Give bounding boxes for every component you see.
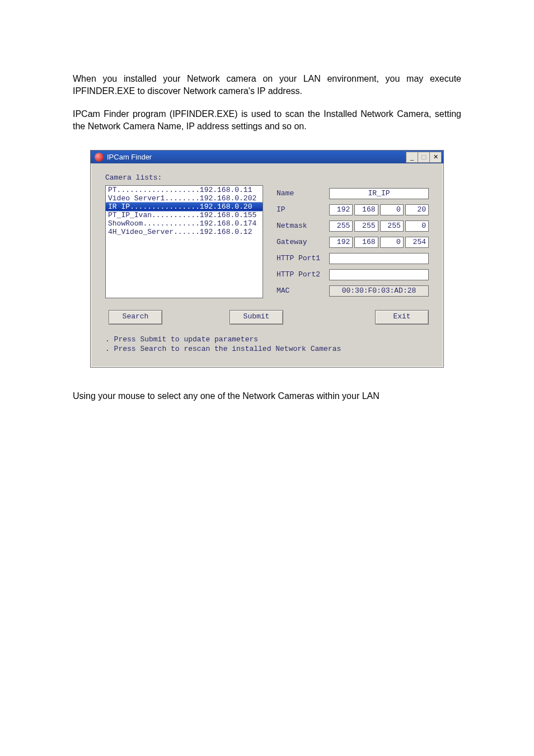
search-button[interactable]: Search — [109, 310, 162, 325]
ip-label: IP — [277, 205, 329, 214]
window-title: IPCam Finder — [106, 153, 406, 161]
ipcam-finder-icon — [95, 153, 104, 162]
ipcam-finder-window: IPCam Finder _ ▢ ✕ Camera lists: PT.....… — [90, 150, 444, 368]
window-control-buttons: _ ▢ ✕ — [406, 152, 442, 163]
ip-octet-2[interactable]: 168 — [354, 204, 378, 215]
ip-octet-3[interactable]: 0 — [380, 204, 404, 215]
gateway-label: Gateway — [277, 238, 329, 246]
mac-display: 00:30:F0:03:AD:28 — [329, 285, 429, 297]
camera-lists-label: Camera lists: — [105, 173, 429, 182]
window-titlebar: IPCam Finder _ ▢ ✕ — [91, 151, 443, 163]
name-input[interactable]: IR_IP — [329, 188, 429, 199]
list-item[interactable]: 4H_Video_Server......192.168.0.12 — [106, 228, 263, 236]
submit-button[interactable]: Submit — [229, 310, 283, 325]
list-item[interactable]: ShowRoom.............192.168.0.174 — [106, 219, 263, 228]
camera-form: Name IR_IP IP 192 168 0 20 Netmask — [277, 185, 429, 299]
minimize-button[interactable]: _ — [406, 152, 418, 163]
gateway-octet-1[interactable]: 192 — [329, 237, 353, 248]
list-item[interactable]: PT...................192.168.0.11 — [106, 186, 263, 194]
ip-octet-1[interactable]: 192 — [329, 204, 353, 215]
note-line-2: . Press Search to rescan the installed N… — [105, 344, 429, 354]
ip-octet-4[interactable]: 20 — [405, 204, 429, 215]
netmask-octet-2[interactable]: 255 — [354, 220, 378, 232]
doc-paragraph-2: IPCam Finder program (IPFINDER.EXE) is u… — [73, 108, 461, 132]
doc-paragraph-1: When you installed your Network camera o… — [73, 73, 461, 97]
netmask-octet-1[interactable]: 255 — [329, 220, 353, 232]
list-item-selected[interactable]: IR IP................192.168.0.20 — [106, 202, 263, 212]
doc-paragraph-3: Using your mouse to select any one of th… — [73, 390, 461, 402]
netmask-octet-3[interactable]: 255 — [380, 220, 404, 232]
http-port1-input[interactable] — [329, 253, 429, 264]
netmask-label: Netmask — [277, 222, 329, 230]
mac-label: MAC — [277, 287, 329, 295]
list-item[interactable]: Video Server1........192.168.0.202 — [106, 194, 263, 203]
list-item[interactable]: PT_IP_Ivan...........192.168.0.155 — [106, 211, 263, 219]
close-button[interactable]: ✕ — [429, 152, 442, 163]
gateway-octet-4[interactable]: 254 — [405, 237, 429, 248]
http-port2-label: HTTP Port2 — [277, 270, 329, 279]
maximize-button: ▢ — [418, 152, 430, 163]
gateway-octet-2[interactable]: 168 — [354, 237, 378, 248]
gateway-octet-3[interactable]: 0 — [380, 237, 404, 248]
camera-listbox[interactable]: PT...................192.168.0.11 Video … — [105, 185, 263, 298]
exit-button[interactable]: Exit — [375, 310, 429, 325]
note-line-1: . Press Submit to update parameters — [105, 335, 429, 344]
http-port2-input[interactable] — [329, 269, 429, 280]
netmask-octet-4[interactable]: 0 — [405, 220, 429, 232]
name-label: Name — [277, 189, 329, 198]
http-port1-label: HTTP Port1 — [277, 254, 329, 262]
